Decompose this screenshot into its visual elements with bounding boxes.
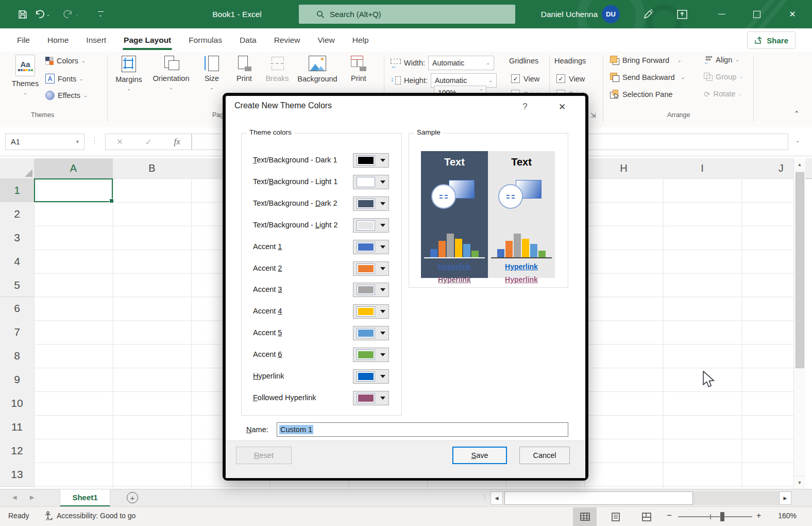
close-button[interactable]: ✕ bbox=[776, 0, 809, 28]
account-name[interactable]: Daniel Uchenna bbox=[530, 0, 598, 28]
size-button[interactable]: Size ⌄ bbox=[200, 56, 224, 90]
headings-view-checkbox[interactable]: ✓View bbox=[556, 74, 585, 83]
tab-page-layout[interactable]: Page Layout bbox=[115, 28, 180, 52]
row-header-9[interactable]: 9 bbox=[0, 368, 35, 392]
tab-insert[interactable]: Insert bbox=[77, 28, 115, 52]
name-input[interactable]: Custom 1 bbox=[277, 422, 568, 437]
column-header-I[interactable]: I bbox=[663, 158, 742, 179]
collapse-ribbon-button[interactable]: ⌃ bbox=[793, 109, 800, 119]
theme-color-swatch-button[interactable] bbox=[353, 196, 389, 211]
view-page-break-button[interactable] bbox=[635, 507, 658, 526]
gridlines-view-checkbox[interactable]: ✓View bbox=[511, 74, 539, 83]
view-normal-button[interactable] bbox=[573, 507, 597, 526]
dialog-launcher-icon[interactable]: ⇲ bbox=[590, 111, 596, 119]
margins-button[interactable]: Margins ⌄ bbox=[114, 56, 143, 91]
fill-handle[interactable] bbox=[109, 199, 114, 203]
minimize-button[interactable] bbox=[707, 0, 737, 28]
expand-formula-bar-icon[interactable]: ⌄ bbox=[796, 138, 800, 143]
row-header-2[interactable]: 2 bbox=[0, 202, 35, 226]
theme-color-swatch-button[interactable] bbox=[353, 391, 389, 405]
print-titles-button[interactable]: Print bbox=[343, 56, 374, 83]
select-all-corner[interactable] bbox=[0, 158, 35, 179]
zoom-slider-track[interactable] bbox=[678, 516, 752, 517]
tab-formulas[interactable]: Formulas bbox=[180, 28, 231, 52]
vertical-scrollbar[interactable]: ▲ ▼ bbox=[793, 158, 805, 489]
dialog-close-button[interactable]: ✕ bbox=[550, 99, 574, 114]
tab-help[interactable]: Help bbox=[344, 28, 378, 52]
column-header-H[interactable]: H bbox=[584, 158, 664, 179]
search-input[interactable]: Search (Alt+Q) bbox=[299, 5, 515, 24]
tab-home[interactable]: Home bbox=[39, 28, 77, 52]
row-header-10[interactable]: 10 bbox=[0, 391, 35, 416]
row-header-6[interactable]: 6 bbox=[0, 297, 35, 321]
zoom-slider-thumb[interactable] bbox=[720, 512, 724, 521]
save-button[interactable] bbox=[13, 0, 32, 28]
scroll-up-icon[interactable]: ▲ bbox=[794, 158, 805, 171]
row-header-4[interactable]: 4 bbox=[0, 250, 35, 274]
theme-color-swatch-button[interactable] bbox=[353, 283, 389, 297]
ribbon-display-options-button[interactable] bbox=[671, 0, 693, 28]
maximize-button[interactable] bbox=[742, 0, 772, 28]
row-header-3[interactable]: 3 bbox=[0, 226, 35, 250]
theme-color-swatch-button[interactable] bbox=[353, 153, 389, 168]
sheet-tab-active[interactable]: Sheet1 bbox=[60, 489, 110, 507]
themes-button[interactable]: Aa Themes ⌄ bbox=[10, 55, 40, 95]
customize-quick-access-button[interactable]: ⌄ bbox=[92, 0, 109, 28]
theme-color-swatch-button[interactable] bbox=[353, 326, 389, 340]
tab-data[interactable]: Data bbox=[231, 28, 265, 52]
send-backward-button[interactable]: Send Backward⌄ bbox=[610, 73, 685, 82]
avatar[interactable]: DU bbox=[602, 5, 620, 23]
sheet-nav-left-icon[interactable]: ◀ bbox=[12, 494, 16, 501]
row-header-7[interactable]: 7 bbox=[0, 320, 35, 344]
formula-bar-separator[interactable]: ⋮ bbox=[91, 136, 98, 145]
name-box[interactable]: A1 ▼ bbox=[5, 134, 84, 150]
view-page-layout-button[interactable] bbox=[604, 507, 628, 526]
name-box-dropdown-icon[interactable]: ▼ bbox=[75, 139, 80, 144]
tab-file[interactable]: File bbox=[8, 28, 39, 52]
hscroll-right-button[interactable]: ▶ bbox=[779, 491, 791, 505]
theme-color-swatch-button[interactable] bbox=[353, 261, 389, 276]
hscroll-left-button[interactable]: ◀ bbox=[490, 491, 503, 505]
orientation-button[interactable]: Orientation ⌄ bbox=[147, 56, 195, 90]
row-header-12[interactable]: 12 bbox=[0, 439, 35, 463]
theme-color-swatch-button[interactable] bbox=[353, 369, 389, 384]
undo-button[interactable]: ⌄ bbox=[32, 0, 53, 28]
tab-view[interactable]: View bbox=[309, 28, 343, 52]
column-header-B[interactable]: B bbox=[113, 158, 192, 179]
status-accessibility[interactable]: Accessibility: Good to go bbox=[57, 512, 136, 520]
sheet-nav-right-icon[interactable]: ▶ bbox=[30, 494, 34, 501]
zoom-in-button[interactable]: + bbox=[756, 511, 761, 520]
row-header-13[interactable]: 13 bbox=[0, 463, 35, 487]
row-header-8[interactable]: 8 bbox=[0, 344, 35, 368]
share-button[interactable]: Share bbox=[747, 31, 796, 49]
width-select[interactable]: Automatic⌄ bbox=[428, 56, 494, 70]
print-area-button[interactable]: Print bbox=[229, 56, 260, 83]
zoom-out-button[interactable]: − bbox=[667, 511, 672, 521]
row-header-5[interactable]: 5 bbox=[0, 273, 35, 298]
align-button[interactable]: ← Align⌄ bbox=[704, 56, 739, 64]
selection-pane-button[interactable]: Selection Pane bbox=[610, 90, 673, 99]
theme-color-swatch-button[interactable] bbox=[353, 175, 389, 189]
scroll-down-icon[interactable]: ▼ bbox=[794, 476, 805, 489]
bring-forward-button[interactable]: Bring Forward⌄ bbox=[610, 56, 682, 65]
dialog-help-button[interactable]: ? bbox=[514, 99, 536, 114]
theme-color-swatch-button[interactable] bbox=[353, 240, 389, 254]
hscroll-thumb[interactable] bbox=[504, 491, 693, 505]
vertical-scroll-thumb[interactable] bbox=[796, 172, 804, 368]
theme-fonts-button[interactable]: A Fonts⌄ bbox=[45, 74, 83, 84]
undo-dropdown-icon[interactable]: ⌄ bbox=[46, 12, 50, 17]
theme-effects-button[interactable]: Effects⌄ bbox=[45, 91, 88, 100]
theme-colors-button[interactable]: Colors⌄ bbox=[45, 57, 85, 65]
row-header-11[interactable]: 11 bbox=[0, 415, 35, 439]
theme-color-swatch-button[interactable] bbox=[353, 348, 389, 362]
theme-color-swatch-button[interactable] bbox=[353, 218, 389, 233]
save-button[interactable]: Save bbox=[452, 447, 507, 464]
theme-color-swatch-button[interactable] bbox=[353, 304, 389, 319]
zoom-level[interactable]: 160% bbox=[769, 512, 797, 520]
row-header-1[interactable]: 1 bbox=[0, 178, 35, 203]
feedback-button[interactable] bbox=[637, 0, 659, 28]
new-sheet-button[interactable]: + bbox=[127, 492, 138, 503]
background-button[interactable]: Background bbox=[295, 56, 340, 83]
tab-review[interactable]: Review bbox=[265, 28, 309, 52]
insert-function-icon[interactable]: fx bbox=[174, 137, 180, 147]
